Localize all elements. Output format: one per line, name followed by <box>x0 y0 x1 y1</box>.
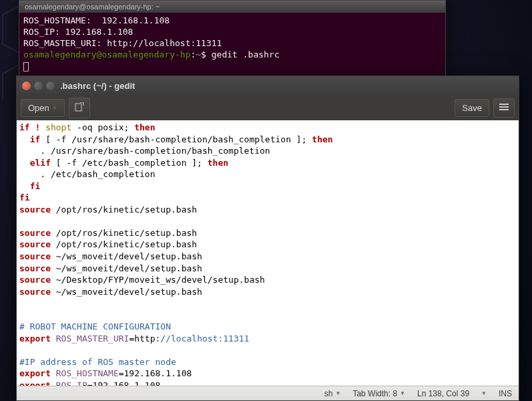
code-var: ROS_IP <box>51 380 87 386</box>
code-var: ROS_MASTER_URI <box>51 333 129 344</box>
chevron-down-icon: ▼ <box>335 390 340 396</box>
code-kw: source <box>19 263 51 273</box>
tab-width-label: Tab Width: 8 <box>352 389 397 398</box>
terminal-line: ROS_MASTER_URI: http://localhost:11311 <box>23 38 222 48</box>
code-kw: export <box>19 333 51 344</box>
code-text: /opt/ros/kinetic/setup.bash <box>51 205 197 215</box>
insert-mode-label: INS <box>499 389 512 398</box>
terminal-titlebar[interactable]: osamalegendary@osamalegendary-hp: ~ <box>19 1 445 13</box>
code-kw: if ! <box>19 122 40 132</box>
status-bar: sh ▼ Tab Width: 8 ▼ Ln 138, Col 39 ▼ INS <box>17 386 519 400</box>
editor-area[interactable]: if ! shopt -oq posix; then if [ -f /usr/… <box>17 120 519 386</box>
terminal-prompt-user: osamalegendary@osamalegendary-hp <box>23 49 190 59</box>
chevron-down-icon: ▼ <box>400 390 405 396</box>
code-kw: source <box>19 205 51 215</box>
code-text: ~/Desktop/FYP/moveit_ws/devel/setup.bash <box>51 275 265 285</box>
cursor-position: Ln 138, Col 39 <box>417 389 469 398</box>
terminal-body[interactable]: ROS_HOSTNAME: 192.168.1.108 ROS_IP: 192.… <box>19 13 445 78</box>
maximize-icon[interactable] <box>46 82 55 90</box>
svg-rect-2 <box>75 104 81 111</box>
hamburger-menu-button[interactable] <box>493 98 515 118</box>
terminal-title: osamalegendary@osamalegendary-hp: ~ <box>25 3 160 11</box>
code-comment: //localhost:11311 <box>160 333 249 344</box>
terminal-prompt-path: ~ <box>196 49 201 59</box>
terminal-prompt-sym: $ <box>201 49 206 59</box>
code-cmd: shopt <box>40 122 71 132</box>
code-var: ROS_HOSTNAME <box>51 368 119 378</box>
code-text: . /etc/bash_completion <box>19 169 156 179</box>
code-text: ~/ws_moveit/devel/setup.bash <box>51 287 202 297</box>
gedit-window[interactable]: .bashrc (~/) - gedit Open ▼ Save if ! sh… <box>16 76 519 401</box>
code-text: ~/ws_moveit/devel/setup.bash <box>51 251 202 261</box>
code-text: =http: <box>129 333 160 344</box>
code-comment: #IP address of ROS master node <box>19 357 176 367</box>
code-text: ~/ws_moveit/devel/setup.bash <box>51 263 202 273</box>
chevron-down-icon[interactable]: ▼ <box>481 390 487 396</box>
new-tab-button[interactable] <box>69 98 90 118</box>
code-kw: then <box>312 134 332 144</box>
code-kw: export <box>19 368 51 378</box>
hamburger-icon <box>499 103 509 111</box>
gedit-toolbar: Open ▼ Save <box>17 95 519 120</box>
close-icon[interactable] <box>22 82 31 90</box>
code-text: =192.168.1.108 <box>119 368 192 378</box>
open-label: Open <box>28 103 49 113</box>
code-kw: elif <box>19 158 51 168</box>
code-text: [ -f /etc/bash_completion ]; <box>51 158 208 168</box>
code-text: =192.168.1.108 <box>87 380 161 386</box>
language-label: sh <box>324 389 333 398</box>
chevron-down-icon: ▼ <box>52 105 57 111</box>
code-kw: then <box>208 158 228 168</box>
gedit-titlebar[interactable]: .bashrc (~/) - gedit <box>17 76 519 95</box>
save-label: Save <box>462 103 482 113</box>
code-kw: source <box>19 275 51 285</box>
tab-width-selector[interactable]: Tab Width: 8 ▼ <box>352 389 405 398</box>
code-kw: export <box>19 380 51 386</box>
gedit-title: .bashrc (~/) - gedit <box>60 81 135 91</box>
terminal-line: ROS_IP: 192.168.1.108 <box>23 27 133 37</box>
code-text: /opt/ros/kinetic/setup.bash <box>51 239 197 249</box>
code-text: . /usr/share/bash-completion/bash_comple… <box>19 146 270 156</box>
minimize-icon[interactable] <box>34 82 43 90</box>
code-text: -oq posix; <box>71 122 134 132</box>
code-text: /opt/ros/kinetic/setup.bash <box>51 228 197 238</box>
code-comment: # ROBOT MACHINE CONFIGURATION <box>19 321 171 331</box>
code-text: [ -f /usr/share/bash-completion/bash_com… <box>40 134 312 144</box>
language-selector[interactable]: sh ▼ <box>324 389 341 398</box>
terminal-window[interactable]: osamalegendary@osamalegendary-hp: ~ ROS_… <box>19 0 446 79</box>
code-kw: fi <box>19 181 40 191</box>
terminal-cursor <box>23 62 29 72</box>
terminal-command: gedit .bashrc <box>206 49 280 59</box>
save-button[interactable]: Save <box>455 99 489 117</box>
code-kw: if <box>19 134 40 144</box>
line-col-label: Ln 138, Col 39 <box>417 389 469 398</box>
code-kw: source <box>19 228 51 238</box>
terminal-line: ROS_HOSTNAME: 192.168.1.108 <box>23 15 170 25</box>
code-kw: fi <box>19 192 30 203</box>
code-kw: then <box>134 122 155 132</box>
new-document-icon <box>75 102 84 112</box>
code-kw: source <box>19 251 51 261</box>
code-kw: source <box>19 287 51 297</box>
code-kw: source <box>19 239 51 249</box>
open-button[interactable]: Open ▼ <box>21 99 65 117</box>
insert-mode[interactable]: INS <box>499 389 512 398</box>
